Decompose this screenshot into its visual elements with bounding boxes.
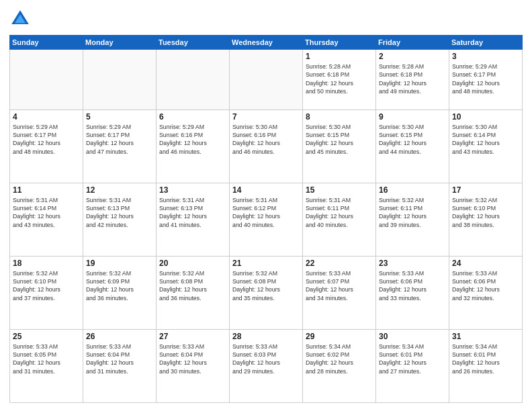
day-info: Sunrise: 5:28 AM Sunset: 6:18 PM Dayligh… <box>306 62 373 95</box>
calendar-day-cell: 3Sunrise: 5:29 AM Sunset: 6:17 PM Daylig… <box>449 50 523 110</box>
calendar-day-cell: 5Sunrise: 5:29 AM Sunset: 6:17 PM Daylig… <box>83 109 157 183</box>
calendar-day-cell: 24Sunrise: 5:33 AM Sunset: 6:06 PM Dayli… <box>449 256 523 329</box>
day-info: Sunrise: 5:31 AM Sunset: 6:13 PM Dayligh… <box>159 196 226 229</box>
day-number: 27 <box>159 332 226 341</box>
calendar-day-cell: 25Sunrise: 5:33 AM Sunset: 6:05 PM Dayli… <box>10 329 83 402</box>
day-info: Sunrise: 5:32 AM Sunset: 6:10 PM Dayligh… <box>452 196 519 229</box>
day-number: 14 <box>232 185 300 195</box>
day-info: Sunrise: 5:33 AM Sunset: 6:04 PM Dayligh… <box>159 342 226 375</box>
day-number: 31 <box>452 332 519 341</box>
day-info: Sunrise: 5:28 AM Sunset: 6:18 PM Dayligh… <box>379 62 446 95</box>
calendar-day-cell: 12Sunrise: 5:31 AM Sunset: 6:13 PM Dayli… <box>83 183 157 256</box>
day-number: 24 <box>452 259 519 268</box>
calendar-day-cell: 31Sunrise: 5:34 AM Sunset: 6:01 PM Dayli… <box>449 329 523 402</box>
calendar-week-row: 1Sunrise: 5:28 AM Sunset: 6:18 PM Daylig… <box>10 50 523 110</box>
logo-icon <box>9 8 31 30</box>
day-info: Sunrise: 5:31 AM Sunset: 6:14 PM Dayligh… <box>13 196 80 229</box>
day-number: 9 <box>379 112 446 122</box>
day-info: Sunrise: 5:32 AM Sunset: 6:11 PM Dayligh… <box>379 196 446 229</box>
calendar-day-cell: 4Sunrise: 5:29 AM Sunset: 6:17 PM Daylig… <box>10 109 83 183</box>
day-number: 3 <box>452 52 519 61</box>
day-info: Sunrise: 5:33 AM Sunset: 6:06 PM Dayligh… <box>379 269 446 302</box>
calendar-day-cell: 29Sunrise: 5:34 AM Sunset: 6:02 PM Dayli… <box>303 329 376 402</box>
day-number: 8 <box>306 112 373 122</box>
day-info: Sunrise: 5:33 AM Sunset: 6:03 PM Dayligh… <box>232 342 300 375</box>
calendar-day-cell <box>230 50 303 110</box>
day-number: 11 <box>13 185 80 195</box>
calendar-day-cell <box>10 50 83 110</box>
logo <box>9 8 35 30</box>
calendar-day-cell: 17Sunrise: 5:32 AM Sunset: 6:10 PM Dayli… <box>449 183 523 256</box>
day-info: Sunrise: 5:33 AM Sunset: 6:06 PM Dayligh… <box>452 269 519 302</box>
calendar-day-cell: 28Sunrise: 5:33 AM Sunset: 6:03 PM Dayli… <box>230 329 303 402</box>
calendar-week-row: 4Sunrise: 5:29 AM Sunset: 6:17 PM Daylig… <box>10 109 523 183</box>
day-number: 21 <box>232 259 300 268</box>
day-number: 7 <box>232 112 300 122</box>
day-info: Sunrise: 5:33 AM Sunset: 6:07 PM Dayligh… <box>306 269 373 302</box>
calendar-day-cell: 2Sunrise: 5:28 AM Sunset: 6:18 PM Daylig… <box>376 50 449 110</box>
calendar-header-sunday: Sunday <box>10 36 83 50</box>
page: SundayMondayTuesdayWednesdayThursdayFrid… <box>0 0 532 411</box>
calendar-day-cell: 1Sunrise: 5:28 AM Sunset: 6:18 PM Daylig… <box>303 50 376 110</box>
calendar-day-cell: 11Sunrise: 5:31 AM Sunset: 6:14 PM Dayli… <box>10 183 83 256</box>
day-info: Sunrise: 5:29 AM Sunset: 6:17 PM Dayligh… <box>86 123 153 156</box>
calendar-day-cell: 9Sunrise: 5:30 AM Sunset: 6:15 PM Daylig… <box>376 109 449 183</box>
day-info: Sunrise: 5:32 AM Sunset: 6:08 PM Dayligh… <box>159 269 226 302</box>
day-number: 10 <box>452 112 519 122</box>
calendar-header-saturday: Saturday <box>449 36 523 50</box>
calendar-day-cell: 26Sunrise: 5:33 AM Sunset: 6:04 PM Dayli… <box>83 329 157 402</box>
day-info: Sunrise: 5:32 AM Sunset: 6:09 PM Dayligh… <box>86 269 153 302</box>
calendar-table: SundayMondayTuesdayWednesdayThursdayFrid… <box>9 35 523 403</box>
day-number: 18 <box>13 259 80 268</box>
day-number: 15 <box>306 185 373 195</box>
calendar-header-wednesday: Wednesday <box>230 36 303 50</box>
calendar-day-cell <box>157 50 230 110</box>
calendar-week-row: 18Sunrise: 5:32 AM Sunset: 6:10 PM Dayli… <box>10 256 523 329</box>
day-info: Sunrise: 5:34 AM Sunset: 6:01 PM Dayligh… <box>379 342 446 375</box>
calendar-day-cell: 8Sunrise: 5:30 AM Sunset: 6:15 PM Daylig… <box>303 109 376 183</box>
day-number: 30 <box>379 332 446 341</box>
calendar-header-tuesday: Tuesday <box>157 36 230 50</box>
header <box>9 8 523 30</box>
calendar-day-cell: 20Sunrise: 5:32 AM Sunset: 6:08 PM Dayli… <box>157 256 230 329</box>
calendar-week-row: 11Sunrise: 5:31 AM Sunset: 6:14 PM Dayli… <box>10 183 523 256</box>
calendar-day-cell: 10Sunrise: 5:30 AM Sunset: 6:14 PM Dayli… <box>449 109 523 183</box>
day-number: 20 <box>159 259 226 268</box>
day-info: Sunrise: 5:32 AM Sunset: 6:10 PM Dayligh… <box>13 269 80 302</box>
day-number: 1 <box>306 52 373 61</box>
day-info: Sunrise: 5:31 AM Sunset: 6:12 PM Dayligh… <box>232 196 300 229</box>
day-info: Sunrise: 5:33 AM Sunset: 6:04 PM Dayligh… <box>86 342 153 375</box>
day-info: Sunrise: 5:30 AM Sunset: 6:15 PM Dayligh… <box>306 123 373 156</box>
day-number: 6 <box>159 112 226 122</box>
day-info: Sunrise: 5:31 AM Sunset: 6:11 PM Dayligh… <box>306 196 373 229</box>
calendar-day-cell: 21Sunrise: 5:32 AM Sunset: 6:08 PM Dayli… <box>230 256 303 329</box>
day-number: 19 <box>86 259 153 268</box>
calendar-day-cell <box>83 50 157 110</box>
calendar-week-row: 25Sunrise: 5:33 AM Sunset: 6:05 PM Dayli… <box>10 329 523 402</box>
calendar-day-cell: 27Sunrise: 5:33 AM Sunset: 6:04 PM Dayli… <box>157 329 230 402</box>
calendar-day-cell: 22Sunrise: 5:33 AM Sunset: 6:07 PM Dayli… <box>303 256 376 329</box>
day-info: Sunrise: 5:29 AM Sunset: 6:16 PM Dayligh… <box>159 123 226 156</box>
calendar-header-thursday: Thursday <box>303 36 376 50</box>
day-number: 12 <box>86 185 153 195</box>
day-info: Sunrise: 5:32 AM Sunset: 6:08 PM Dayligh… <box>232 269 300 302</box>
day-number: 4 <box>13 112 80 122</box>
calendar-header-monday: Monday <box>83 36 157 50</box>
day-number: 25 <box>13 332 80 341</box>
day-number: 23 <box>379 259 446 268</box>
calendar-day-cell: 13Sunrise: 5:31 AM Sunset: 6:13 PM Dayli… <box>157 183 230 256</box>
day-info: Sunrise: 5:34 AM Sunset: 6:01 PM Dayligh… <box>452 342 519 375</box>
day-number: 13 <box>159 185 226 195</box>
day-number: 17 <box>452 185 519 195</box>
day-number: 22 <box>306 259 373 268</box>
day-info: Sunrise: 5:30 AM Sunset: 6:15 PM Dayligh… <box>379 123 446 156</box>
calendar-day-cell: 14Sunrise: 5:31 AM Sunset: 6:12 PM Dayli… <box>230 183 303 256</box>
day-number: 5 <box>86 112 153 122</box>
calendar-day-cell: 30Sunrise: 5:34 AM Sunset: 6:01 PM Dayli… <box>376 329 449 402</box>
day-info: Sunrise: 5:31 AM Sunset: 6:13 PM Dayligh… <box>86 196 153 229</box>
calendar-day-cell: 15Sunrise: 5:31 AM Sunset: 6:11 PM Dayli… <box>303 183 376 256</box>
calendar-day-cell: 19Sunrise: 5:32 AM Sunset: 6:09 PM Dayli… <box>83 256 157 329</box>
day-number: 26 <box>86 332 153 341</box>
calendar-day-cell: 16Sunrise: 5:32 AM Sunset: 6:11 PM Dayli… <box>376 183 449 256</box>
calendar-day-cell: 18Sunrise: 5:32 AM Sunset: 6:10 PM Dayli… <box>10 256 83 329</box>
